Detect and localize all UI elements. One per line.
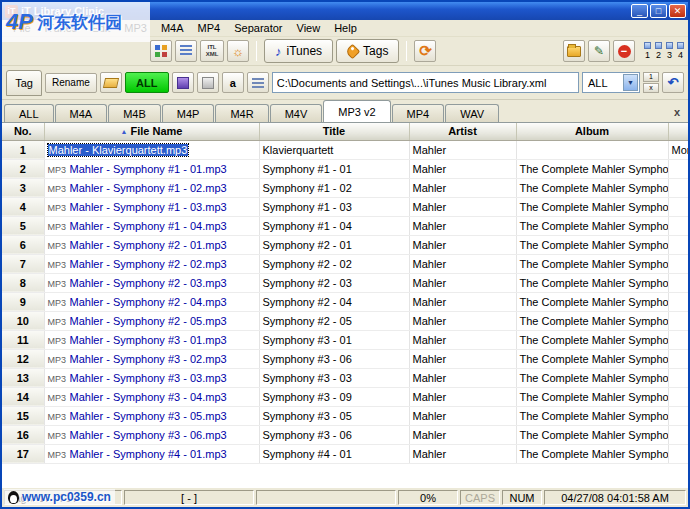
album-cell[interactable]: The Complete Mahler Symphonies: [516, 368, 668, 387]
open-folder-button[interactable]: [100, 72, 122, 93]
table-row[interactable]: 4MP3Mahler - Symphony #1 - 03.mp3Symphon…: [2, 197, 688, 216]
menu-item-mp3[interactable]: MP3: [117, 21, 154, 35]
itunes-button[interactable]: ♪ iTunes: [264, 39, 333, 63]
title-bar[interactable]: iT iT Library Clinic _ □ ✕: [2, 2, 688, 20]
album-cell[interactable]: The Complete Mahler Symphonies: [516, 387, 668, 406]
artist-cell[interactable]: Mahler: [409, 140, 516, 159]
title-cell[interactable]: Symphony #4 - 01: [259, 444, 409, 463]
file-name-cell[interactable]: Mahler - Klavierquartett.mp3: [44, 140, 259, 159]
extra-cell[interactable]: [668, 159, 688, 178]
menu-item-m4a[interactable]: M4A: [154, 21, 191, 35]
file-name-cell[interactable]: MP3Mahler - Symphony #2 - 02.mp3: [44, 254, 259, 273]
table-row[interactable]: 1Mahler - Klavierquartett.mp3Klavierquar…: [2, 140, 688, 159]
table-row[interactable]: 5MP3Mahler - Symphony #1 - 04.mp3Symphon…: [2, 216, 688, 235]
table-row[interactable]: 15MP3Mahler - Symphony #3 - 05.mp3Sympho…: [2, 406, 688, 425]
title-cell[interactable]: Symphony #3 - 03: [259, 368, 409, 387]
file-name-cell[interactable]: MP3Mahler - Symphony #3 - 03.mp3: [44, 368, 259, 387]
album-cell[interactable]: The Complete Mahler Symphonies: [516, 292, 668, 311]
extra-cell[interactable]: [668, 444, 688, 463]
color-filter-button[interactable]: [172, 72, 194, 93]
title-cell[interactable]: Symphony #2 - 02: [259, 254, 409, 273]
clear-button[interactable]: x: [643, 83, 659, 93]
title-cell[interactable]: Symphony #3 - 09: [259, 387, 409, 406]
page-number-3[interactable]: 3: [666, 42, 673, 60]
title-cell[interactable]: Symphony #2 - 01: [259, 235, 409, 254]
artist-cell[interactable]: Mahler: [409, 444, 516, 463]
file-name-cell[interactable]: MP3Mahler - Symphony #3 - 05.mp3: [44, 406, 259, 425]
column-header-no[interactable]: No.: [2, 123, 44, 140]
table-row[interactable]: 8MP3Mahler - Symphony #2 - 03.mp3Symphon…: [2, 273, 688, 292]
refresh-button[interactable]: ⟳: [414, 40, 436, 62]
table-row[interactable]: 10MP3Mahler - Symphony #2 - 05.mp3Sympho…: [2, 311, 688, 330]
rename-button[interactable]: Rename: [45, 73, 97, 93]
album-cell[interactable]: The Complete Mahler Symphonies: [516, 159, 668, 178]
title-cell[interactable]: Symphony #2 - 03: [259, 273, 409, 292]
close-button[interactable]: ✕: [669, 4, 686, 18]
page-number-4[interactable]: 4: [677, 42, 684, 60]
library-view-button[interactable]: [150, 40, 172, 62]
table-row[interactable]: 3MP3Mahler - Symphony #1 - 02.mp3Symphon…: [2, 178, 688, 197]
file-name-cell[interactable]: MP3Mahler - Symphony #1 - 02.mp3: [44, 178, 259, 197]
extra-cell[interactable]: [668, 273, 688, 292]
artist-cell[interactable]: Mahler: [409, 425, 516, 444]
album-cell[interactable]: The Complete Mahler Symphonies: [516, 425, 668, 444]
album-cell[interactable]: The Complete Mahler Symphonies: [516, 235, 668, 254]
column-header-title[interactable]: Title: [259, 123, 409, 140]
extra-cell[interactable]: [668, 292, 688, 311]
title-cell[interactable]: Symphony #2 - 05: [259, 311, 409, 330]
tab-m4b[interactable]: M4B: [108, 104, 161, 122]
artist-cell[interactable]: Mahler: [409, 216, 516, 235]
gray-filter-button[interactable]: [197, 72, 219, 93]
title-cell[interactable]: Symphony #1 - 02: [259, 178, 409, 197]
menu-item-help[interactable]: Help: [327, 21, 364, 35]
extra-cell[interactable]: Mor: [668, 140, 688, 159]
table-row[interactable]: 6MP3Mahler - Symphony #2 - 01.mp3Symphon…: [2, 235, 688, 254]
tab-wav[interactable]: WAV: [445, 104, 499, 122]
title-cell[interactable]: Klavierquartett: [259, 140, 409, 159]
column-header-file-name[interactable]: ▲File Name: [44, 123, 259, 140]
minimize-button[interactable]: _: [631, 4, 648, 18]
extra-cell[interactable]: [668, 254, 688, 273]
extra-cell[interactable]: [668, 216, 688, 235]
album-cell[interactable]: The Complete Mahler Symphonies: [516, 254, 668, 273]
tags-button[interactable]: Tags: [336, 39, 399, 63]
tab-mp3-v2[interactable]: MP3 v2: [323, 100, 390, 122]
artist-cell[interactable]: Mahler: [409, 330, 516, 349]
tab-m4a[interactable]: M4A: [55, 104, 108, 122]
artist-cell[interactable]: Mahler: [409, 235, 516, 254]
title-cell[interactable]: Symphony #1 - 03: [259, 197, 409, 216]
menu-item-mp4[interactable]: MP4: [191, 21, 228, 35]
artist-cell[interactable]: Mahler: [409, 368, 516, 387]
artist-cell[interactable]: Mahler: [409, 406, 516, 425]
menu-item-separator[interactable]: Separator: [227, 21, 289, 35]
title-cell[interactable]: Symphony #3 - 06: [259, 425, 409, 444]
file-name-cell[interactable]: MP3Mahler - Symphony #2 - 03.mp3: [44, 273, 259, 292]
extra-cell[interactable]: [668, 406, 688, 425]
remove-button[interactable]: −: [613, 40, 635, 62]
tab-strip-close-button[interactable]: x: [668, 106, 686, 122]
artist-cell[interactable]: Mahler: [409, 197, 516, 216]
menu-item-file[interactable]: File: [6, 21, 38, 35]
column-header-album[interactable]: Album: [516, 123, 668, 140]
extra-cell[interactable]: [668, 330, 688, 349]
maximize-button[interactable]: □: [650, 4, 667, 18]
file-name-cell[interactable]: MP3Mahler - Symphony #2 - 01.mp3: [44, 235, 259, 254]
column-header-extra[interactable]: [668, 123, 688, 140]
file-name-cell[interactable]: MP3Mahler - Symphony #1 - 03.mp3: [44, 197, 259, 216]
tab-mp4[interactable]: MP4: [392, 104, 445, 122]
status-splitter[interactable]: [ - ]: [124, 490, 254, 505]
extra-cell[interactable]: [668, 425, 688, 444]
menu-item-view[interactable]: View: [290, 21, 328, 35]
filter-dropdown[interactable]: ALL ▼: [582, 72, 640, 93]
extra-cell[interactable]: [668, 311, 688, 330]
table-row[interactable]: 2MP3Mahler - Symphony #1 - 01.mp3Symphon…: [2, 159, 688, 178]
table-row[interactable]: 13MP3Mahler - Symphony #3 - 03.mp3Sympho…: [2, 368, 688, 387]
menu-item-itunes[interactable]: iTunes: [38, 21, 85, 35]
artist-cell[interactable]: Mahler: [409, 159, 516, 178]
tab-m4p[interactable]: M4P: [162, 104, 215, 122]
album-cell[interactable]: The Complete Mahler Symphonies: [516, 197, 668, 216]
library-path-input[interactable]: [272, 72, 579, 93]
count-button[interactable]: 1: [643, 72, 659, 82]
album-cell[interactable]: [516, 140, 668, 159]
table-row[interactable]: 7MP3Mahler - Symphony #2 - 02.mp3Symphon…: [2, 254, 688, 273]
